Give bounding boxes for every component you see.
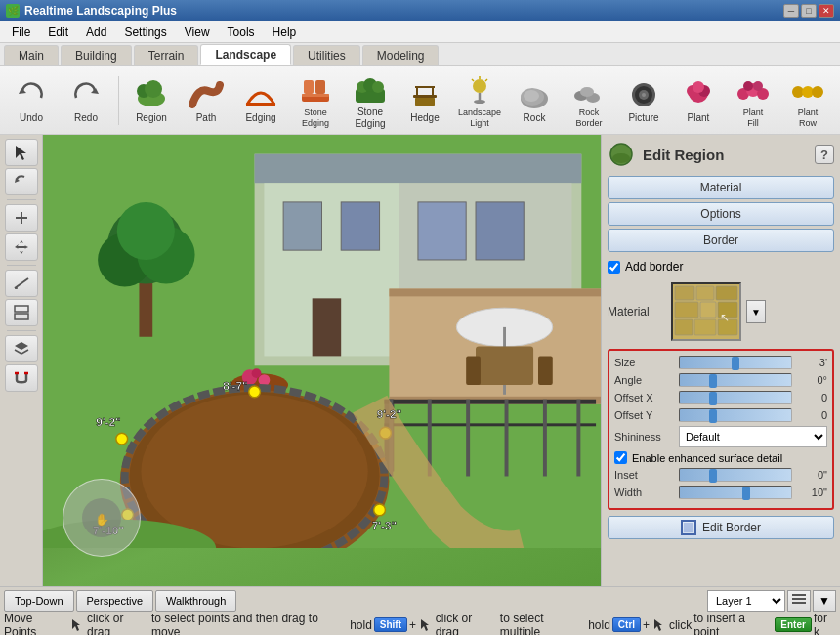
shininess-select[interactable]: Default Low Medium High	[679, 426, 827, 447]
svg-rect-85	[543, 400, 547, 477]
menu-file[interactable]: File	[4, 23, 38, 41]
svg-rect-9	[315, 80, 325, 94]
path-label: Path	[196, 112, 217, 124]
undo-tool-button[interactable]	[5, 168, 38, 195]
menu-edit[interactable]: Edit	[40, 23, 76, 41]
plant-row-label: PlantRow	[798, 107, 819, 129]
region-button[interactable]: Region	[126, 71, 177, 130]
tab-utilities[interactable]: Utilities	[293, 45, 360, 65]
material-button[interactable]: Material	[608, 176, 834, 199]
canvas-area[interactable]: 8'-7" 9'-2" 7'-3" 6'-7" 7'-10" 9'-2" ✋	[43, 135, 601, 586]
edit-button[interactable]	[5, 299, 38, 326]
layer-select[interactable]: Layer 1	[707, 590, 785, 612]
minimize-button[interactable]: ─	[783, 4, 799, 18]
svg-rect-118	[696, 286, 714, 300]
app-title: Realtime Landscaping Plus	[24, 4, 177, 18]
panel-help-button[interactable]: ?	[815, 145, 834, 164]
menu-add[interactable]: Add	[78, 23, 114, 41]
select-tool-button[interactable]	[5, 139, 38, 166]
menu-settings[interactable]: Settings	[116, 23, 174, 41]
walkthrough-button[interactable]: Walkthrough	[155, 590, 236, 612]
offset-x-slider[interactable]	[679, 391, 792, 404]
menu-view[interactable]: View	[177, 23, 218, 41]
layers-button[interactable]	[5, 335, 38, 362]
redo-label: Redo	[74, 112, 98, 124]
layer-icon-button[interactable]	[787, 590, 811, 612]
accessory-button[interactable]: Hedge	[399, 71, 450, 130]
status-for-text: for k	[814, 614, 836, 635]
landscape-light-button[interactable]: LandscapeLight	[454, 71, 505, 130]
svg-point-27	[524, 90, 539, 102]
svg-rect-15	[413, 95, 437, 98]
edit-border-button[interactable]: Edit Border	[608, 516, 834, 539]
svg-rect-14	[415, 97, 435, 106]
svg-point-100	[249, 386, 261, 398]
tab-terrain[interactable]: Terrain	[134, 45, 199, 65]
ctrl-key-badge: Ctrl	[612, 617, 641, 632]
pan-button[interactable]	[5, 233, 38, 261]
options-button[interactable]: Options	[608, 202, 834, 226]
inset-slider[interactable]	[679, 468, 792, 482]
plant-label: Plant	[688, 112, 710, 124]
plant-row-button[interactable]: PlantRow	[782, 71, 833, 130]
width-value: 10"	[796, 487, 827, 498]
picture-button[interactable]: Picture	[618, 71, 669, 130]
menu-tools[interactable]: Tools	[220, 23, 263, 41]
plant-fill-button[interactable]: PlantFill	[728, 71, 778, 130]
path-icon	[189, 77, 224, 112]
angle-slider[interactable]	[679, 373, 792, 387]
status-select-text: to select points and then drag to move	[151, 614, 348, 635]
plant-button[interactable]: Plant	[673, 71, 724, 130]
hedge-button[interactable]: Stone Edging	[345, 71, 396, 130]
add-border-checkbox[interactable]	[608, 261, 620, 274]
magnet-button[interactable]	[5, 364, 38, 392]
tab-building[interactable]: Building	[61, 45, 132, 65]
left-sep-3	[7, 330, 36, 331]
layer-down-button[interactable]: ▼	[813, 590, 836, 612]
svg-rect-69	[313, 298, 342, 356]
tab-modeling[interactable]: Modeling	[362, 45, 440, 65]
svg-rect-54	[15, 306, 28, 312]
status-click-drag-2: click or drag	[436, 614, 498, 635]
size-slider[interactable]	[679, 356, 792, 369]
tab-landscape[interactable]: Landscape	[200, 44, 291, 65]
title-bar-controls[interactable]: ─ □ ✕	[783, 4, 834, 18]
offset-y-slider[interactable]	[679, 408, 792, 422]
svg-rect-7	[302, 94, 329, 97]
status-plus-1: +	[409, 618, 416, 632]
close-button[interactable]: ✕	[819, 4, 834, 18]
material-dropdown-button[interactable]: ▼	[746, 300, 766, 323]
enhanced-surface-checkbox[interactable]	[614, 451, 627, 464]
rock-button[interactable]: Rock	[509, 71, 560, 130]
svg-rect-121	[700, 302, 716, 318]
svg-text:✋: ✋	[95, 512, 109, 527]
angle-value: 0°	[796, 374, 827, 386]
zoom-in-button[interactable]	[5, 204, 38, 232]
redo-button[interactable]: Redo	[61, 71, 111, 130]
maximize-button[interactable]: □	[801, 4, 817, 18]
shininess-label: Shininess	[614, 431, 675, 443]
svg-point-34	[642, 93, 646, 97]
undo-button[interactable]: Undo	[6, 71, 57, 130]
tab-main[interactable]: Main	[4, 45, 59, 65]
perspective-button[interactable]: Perspective	[76, 590, 153, 612]
status-plus-2: +	[643, 618, 650, 632]
top-down-button[interactable]: Top-Down	[4, 590, 74, 612]
picture-icon	[626, 77, 661, 112]
path-button[interactable]: Path	[181, 71, 231, 130]
measure-button[interactable]	[5, 270, 38, 297]
left-sep-1	[7, 199, 36, 200]
navigation-compass[interactable]: ✋	[63, 479, 141, 557]
offset-y-value: 0	[796, 409, 827, 421]
menu-help[interactable]: Help	[265, 23, 305, 41]
rock-border-button[interactable]: RockBorder	[564, 71, 614, 130]
view-bar: Top-Down Perspective Walkthrough Layer 1…	[0, 586, 840, 614]
stone-edging-button[interactable]: StoneEdging	[290, 71, 341, 130]
material-preview[interactable]: ↖	[671, 282, 741, 341]
width-slider[interactable]	[679, 486, 792, 499]
svg-rect-65	[283, 202, 321, 250]
border-button[interactable]: Border	[608, 229, 834, 252]
status-move-points: Move Points	[4, 614, 67, 635]
edging-button[interactable]: Edging	[235, 71, 286, 130]
width-label: Width	[614, 487, 675, 498]
